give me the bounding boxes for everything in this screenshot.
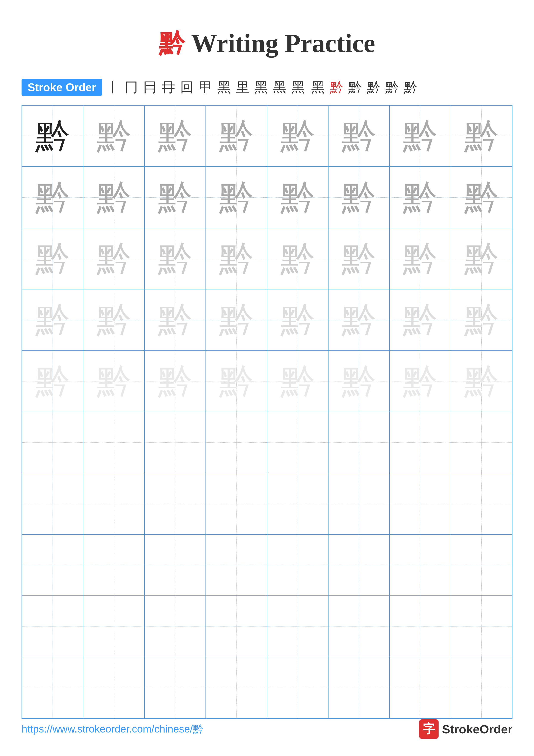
- grid-cell-r9c5[interactable]: [267, 596, 328, 657]
- char-r1c6: 黔: [342, 119, 376, 153]
- grid-cell-r10c2[interactable]: [83, 657, 144, 718]
- footer-logo: 字 StrokeOrder: [419, 719, 513, 739]
- stroke-12: 黑: [309, 78, 327, 96]
- grid-cell-r6c4[interactable]: [206, 412, 267, 473]
- grid-cell-r8c4[interactable]: [206, 534, 267, 596]
- grid-cell-r5c6[interactable]: 黔: [328, 351, 390, 412]
- char-r3c7: 黔: [403, 241, 437, 276]
- grid-cell-r3c4[interactable]: 黔: [206, 228, 267, 289]
- grid-cell-r9c3[interactable]: [144, 596, 206, 657]
- grid-cell-r9c2[interactable]: [83, 596, 144, 657]
- grid-cell-r2c6[interactable]: 黔: [328, 167, 390, 228]
- grid-cell-r7c8[interactable]: [451, 473, 512, 534]
- grid-cell-r6c7[interactable]: [390, 412, 451, 473]
- grid-cell-r6c1[interactable]: [22, 412, 83, 473]
- grid-cell-r9c7[interactable]: [390, 596, 451, 657]
- grid-cell-r2c2[interactable]: 黔: [83, 167, 144, 228]
- grid-cell-r9c6[interactable]: [328, 596, 390, 657]
- grid-cell-r10c8[interactable]: [451, 657, 512, 718]
- grid-cell-r10c4[interactable]: [206, 657, 267, 718]
- grid-cell-r7c3[interactable]: [144, 473, 206, 534]
- grid-cell-r10c6[interactable]: [328, 657, 390, 718]
- grid-cell-r10c7[interactable]: [390, 657, 451, 718]
- char-r4c2: 黔: [97, 303, 131, 337]
- stroke-17: 黔: [402, 78, 419, 96]
- char-r4c7: 黔: [403, 303, 437, 337]
- grid-cell-r4c8[interactable]: 黔: [451, 289, 512, 350]
- grid-cell-r2c5[interactable]: 黔: [267, 167, 328, 228]
- grid-cell-r5c2[interactable]: 黔: [83, 351, 144, 412]
- grid-cell-r3c3[interactable]: 黔: [144, 228, 206, 289]
- grid-cell-r4c4[interactable]: 黔: [206, 289, 267, 350]
- char-r2c3: 黔: [158, 180, 192, 215]
- grid-cell-r3c6[interactable]: 黔: [328, 228, 390, 289]
- grid-cell-r4c2[interactable]: 黔: [83, 289, 144, 350]
- grid-cell-r2c8[interactable]: 黔: [451, 167, 512, 228]
- grid-cell-r6c5[interactable]: [267, 412, 328, 473]
- footer-logo-text: StrokeOrder: [442, 722, 513, 736]
- grid-cell-r8c5[interactable]: [267, 534, 328, 596]
- grid-cell-r8c1[interactable]: [22, 534, 83, 596]
- grid-cell-r2c1[interactable]: 黔: [22, 167, 83, 228]
- grid-cell-r5c8[interactable]: 黔: [451, 351, 512, 412]
- grid-cell-r10c3[interactable]: [144, 657, 206, 718]
- grid-cell-r9c8[interactable]: [451, 596, 512, 657]
- grid-cell-r1c6[interactable]: 黔: [328, 105, 390, 167]
- grid-cell-r4c7[interactable]: 黔: [390, 289, 451, 350]
- grid-cell-r6c3[interactable]: [144, 412, 206, 473]
- grid-cell-r3c1[interactable]: 黔: [22, 228, 83, 289]
- grid-cell-r9c1[interactable]: [22, 596, 83, 657]
- grid-cell-r1c4[interactable]: 黔: [206, 105, 267, 167]
- char-r1c5: 黔: [280, 119, 315, 153]
- grid-cell-r1c2[interactable]: 黔: [83, 105, 144, 167]
- grid-cell-r6c2[interactable]: [83, 412, 144, 473]
- stroke-9: 黑: [252, 78, 270, 96]
- grid-cell-r2c7[interactable]: 黔: [390, 167, 451, 228]
- footer-logo-icon: 字: [419, 719, 439, 739]
- char-r4c6: 黔: [342, 303, 376, 337]
- grid-cell-r4c5[interactable]: 黔: [267, 289, 328, 350]
- grid-cell-r1c7[interactable]: 黔: [390, 105, 451, 167]
- grid-cell-r3c5[interactable]: 黔: [267, 228, 328, 289]
- grid-cell-r9c4[interactable]: [206, 596, 267, 657]
- grid-cell-r2c3[interactable]: 黔: [144, 167, 206, 228]
- footer: https://www.strokeorder.com/chinese/黔 字 …: [21, 719, 513, 739]
- grid-cell-r7c7[interactable]: [390, 473, 451, 534]
- grid-cell-r7c6[interactable]: [328, 473, 390, 534]
- grid-cell-r4c6[interactable]: 黔: [328, 289, 390, 350]
- grid-cell-r8c6[interactable]: [328, 534, 390, 596]
- grid-cell-r7c2[interactable]: [83, 473, 144, 534]
- grid-cell-r5c1[interactable]: 黔: [22, 351, 83, 412]
- grid-cell-r1c8[interactable]: 黔: [451, 105, 512, 167]
- grid-cell-r1c5[interactable]: 黔: [267, 105, 328, 167]
- grid-cell-r3c8[interactable]: 黔: [451, 228, 512, 289]
- grid-cell-r7c5[interactable]: [267, 473, 328, 534]
- grid-cell-r3c2[interactable]: 黔: [83, 228, 144, 289]
- char-r2c7: 黔: [403, 180, 437, 215]
- grid-cell-r8c8[interactable]: [451, 534, 512, 596]
- char-r3c4: 黔: [219, 241, 254, 276]
- stroke-10: 黑: [271, 78, 288, 96]
- grid-cell-r5c5[interactable]: 黔: [267, 351, 328, 412]
- grid-cell-r3c7[interactable]: 黔: [390, 228, 451, 289]
- grid-cell-r10c5[interactable]: [267, 657, 328, 718]
- char-r5c6: 黔: [342, 364, 376, 398]
- grid-cell-r5c4[interactable]: 黔: [206, 351, 267, 412]
- grid-cell-r4c3[interactable]: 黔: [144, 289, 206, 350]
- stroke-4: 冄: [160, 78, 177, 96]
- stroke-1: 丨: [104, 78, 121, 96]
- grid-cell-r8c3[interactable]: [144, 534, 206, 596]
- grid-cell-r7c4[interactable]: [206, 473, 267, 534]
- grid-cell-r6c6[interactable]: [328, 412, 390, 473]
- grid-cell-r10c1[interactable]: [22, 657, 83, 718]
- grid-cell-r5c3[interactable]: 黔: [144, 351, 206, 412]
- grid-cell-r1c3[interactable]: 黔: [144, 105, 206, 167]
- grid-cell-r8c2[interactable]: [83, 534, 144, 596]
- grid-cell-r5c7[interactable]: 黔: [390, 351, 451, 412]
- grid-cell-r4c1[interactable]: 黔: [22, 289, 83, 350]
- grid-cell-r7c1[interactable]: [22, 473, 83, 534]
- grid-cell-r1c1[interactable]: 黔: [22, 105, 83, 167]
- grid-cell-r2c4[interactable]: 黔: [206, 167, 267, 228]
- grid-cell-r6c8[interactable]: [451, 412, 512, 473]
- grid-cell-r8c7[interactable]: [390, 534, 451, 596]
